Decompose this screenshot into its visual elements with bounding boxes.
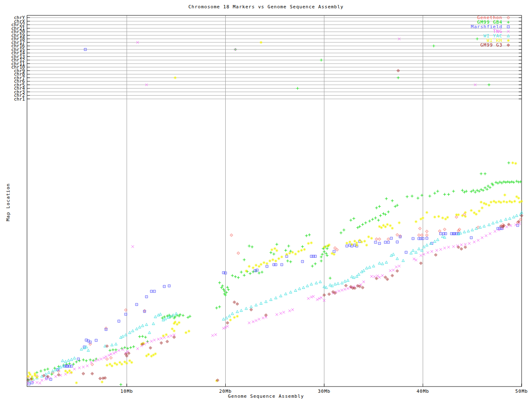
data-point bbox=[398, 265, 401, 267]
data-point bbox=[396, 241, 399, 243]
data-point bbox=[336, 249, 339, 251]
data-point bbox=[168, 285, 170, 287]
data-point bbox=[486, 188, 489, 191]
data-point bbox=[474, 191, 477, 194]
data-point bbox=[370, 275, 373, 278]
data-point bbox=[433, 240, 436, 243]
data-point bbox=[305, 234, 308, 237]
data-point bbox=[447, 193, 450, 196]
data-point bbox=[248, 322, 251, 324]
data-point bbox=[375, 238, 378, 241]
data-point bbox=[145, 355, 148, 357]
data-point bbox=[357, 273, 360, 276]
data-point bbox=[281, 256, 283, 259]
data-point bbox=[370, 237, 373, 240]
data-point bbox=[426, 211, 429, 214]
data-point bbox=[97, 359, 99, 361]
data-point bbox=[457, 213, 460, 216]
data-point bbox=[233, 316, 236, 319]
data-point bbox=[251, 246, 254, 249]
data-point bbox=[163, 285, 166, 288]
data-point bbox=[118, 320, 120, 323]
data-point bbox=[323, 246, 326, 249]
data-point bbox=[464, 211, 467, 214]
data-point bbox=[461, 214, 464, 217]
data-point bbox=[85, 360, 88, 362]
series-g3 bbox=[27, 69, 523, 382]
data-point bbox=[507, 39, 510, 42]
data-point bbox=[470, 236, 473, 239]
data-point bbox=[91, 372, 94, 375]
data-point bbox=[387, 238, 390, 241]
data-point bbox=[87, 349, 89, 352]
data-point bbox=[47, 371, 50, 374]
data-point bbox=[255, 264, 258, 267]
data-point bbox=[268, 259, 271, 262]
data-point bbox=[467, 230, 470, 232]
data-point bbox=[506, 180, 509, 183]
data-point bbox=[245, 307, 247, 310]
data-point bbox=[289, 260, 292, 263]
data-point bbox=[214, 333, 217, 336]
data-point bbox=[123, 360, 126, 363]
data-point bbox=[308, 234, 311, 236]
data-point bbox=[431, 250, 433, 253]
data-point bbox=[118, 349, 120, 352]
data-point bbox=[406, 195, 409, 198]
data-point bbox=[294, 253, 297, 256]
data-point bbox=[367, 235, 370, 238]
data-point bbox=[131, 361, 133, 364]
data-point bbox=[508, 181, 511, 184]
data-point bbox=[170, 335, 172, 337]
data-point bbox=[233, 301, 236, 304]
data-point bbox=[485, 234, 488, 237]
data-point bbox=[39, 382, 41, 384]
data-point bbox=[250, 305, 252, 308]
data-point bbox=[215, 307, 218, 310]
data-point bbox=[502, 200, 505, 203]
data-point bbox=[212, 334, 214, 337]
data-point bbox=[378, 242, 381, 245]
data-point bbox=[505, 226, 508, 228]
data-point bbox=[365, 244, 368, 246]
data-point bbox=[44, 369, 47, 372]
data-point bbox=[389, 224, 392, 227]
data-point bbox=[281, 264, 283, 266]
data-point bbox=[82, 366, 85, 368]
data-point bbox=[507, 26, 510, 28]
data-point bbox=[310, 241, 313, 244]
data-point bbox=[334, 246, 337, 249]
data-point bbox=[381, 274, 384, 277]
data-point bbox=[44, 378, 47, 381]
data-point bbox=[94, 360, 96, 362]
series-tng bbox=[27, 38, 521, 384]
data-point bbox=[237, 252, 240, 255]
data-point bbox=[418, 247, 420, 250]
data-point bbox=[154, 352, 157, 355]
data-point bbox=[418, 234, 421, 236]
data-point bbox=[287, 245, 290, 248]
data-point bbox=[311, 265, 314, 268]
data-point bbox=[384, 276, 387, 279]
data-point bbox=[495, 201, 498, 204]
data-point bbox=[350, 219, 352, 222]
data-point bbox=[52, 369, 54, 372]
data-point bbox=[153, 290, 156, 293]
series-yac bbox=[28, 211, 523, 382]
data-point bbox=[468, 242, 470, 245]
data-point bbox=[147, 353, 150, 356]
data-point bbox=[341, 289, 343, 291]
data-point bbox=[426, 251, 429, 254]
data-point bbox=[154, 315, 157, 318]
data-point bbox=[507, 161, 510, 164]
data-point bbox=[240, 309, 242, 312]
data-point bbox=[515, 214, 518, 217]
data-point bbox=[379, 214, 382, 217]
data-point bbox=[510, 180, 513, 183]
data-point bbox=[384, 241, 387, 244]
data-point bbox=[222, 318, 225, 320]
data-point bbox=[136, 347, 139, 350]
data-point bbox=[375, 207, 378, 209]
data-point bbox=[391, 274, 394, 277]
data-point bbox=[262, 317, 264, 319]
